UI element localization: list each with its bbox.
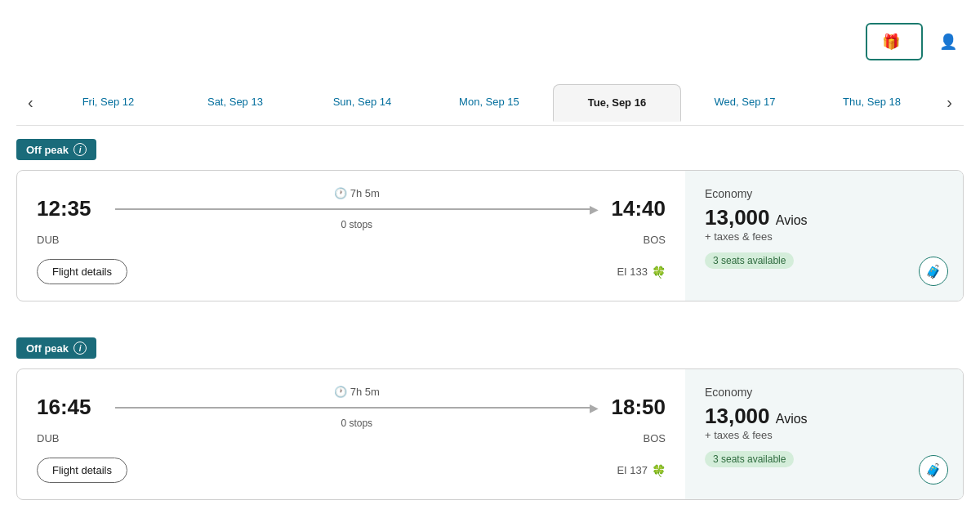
gift-icon: 🎁 <box>882 33 900 51</box>
date-item-wed-sep-17[interactable]: Wed, Sep 17 <box>681 84 808 121</box>
flight-bottom: Flight details EI 137 🍀 <box>37 458 666 483</box>
depart-airport: DUB <box>37 432 102 444</box>
arrive-time: 14:40 <box>612 196 666 221</box>
date-nav-dates: Fri, Sep 12Sat, Sep 13Sun, Sep 14Mon, Se… <box>45 84 936 121</box>
date-item-fri-sep-12[interactable]: Fri, Sep 12 <box>45 84 172 121</box>
stops-label: 0 stops <box>341 418 372 429</box>
arrive-time: 18:50 <box>612 395 666 420</box>
shamrock-icon: 🍀 <box>652 266 666 279</box>
duration-text: 7h 5m <box>350 187 380 199</box>
duration-label: 🕐 7h 5m <box>334 187 380 199</box>
per-adult-info: 👤 <box>939 33 964 51</box>
flight-card-0-0: 12:35 🕐 7h 5m ▶ 0 stops 14:40 <box>16 170 964 301</box>
stops-label: 0 stops <box>341 219 372 230</box>
info-icon: i <box>74 143 87 156</box>
header: 🎁 👤 <box>16 16 964 60</box>
cabin-label: Economy <box>705 187 943 200</box>
flight-line-bar <box>115 407 591 409</box>
flight-card-1-0: 16:45 🕐 7h 5m ▶ 0 stops 18:50 <box>16 368 964 500</box>
info-icon: i <box>74 342 87 355</box>
flight-number-text: EI 133 <box>617 266 648 278</box>
shamrock-icon: 🍀 <box>652 464 666 477</box>
cabin-price-wrapper: Economy 13,000 Avios + taxes & fees 3 se… <box>705 187 943 269</box>
flight-times: 12:35 🕐 7h 5m ▶ 0 stops 14:40 <box>37 187 666 230</box>
cabin-price-wrapper: Economy 13,000 Avios + taxes & fees 3 se… <box>705 386 943 467</box>
date-item-sat-sep-13[interactable]: Sat, Sep 13 <box>172 84 299 121</box>
flight-section-0: Off peaki 12:35 🕐 7h 5m ▶ 0 stops <box>16 126 964 324</box>
date-item-sun-sep-14[interactable]: Sun, Sep 14 <box>299 84 426 121</box>
flight-number: EI 133 🍀 <box>617 266 666 279</box>
arrive-airport: BOS <box>617 432 666 444</box>
person-icon: 👤 <box>939 33 957 51</box>
date-item-thu-sep-18[interactable]: Thu, Sep 18 <box>808 84 936 121</box>
date-nav-next-button[interactable]: › <box>935 80 964 125</box>
seats-available-badge: 3 seats available <box>705 252 794 269</box>
date-nav-prev-button[interactable]: ‹ <box>16 80 45 125</box>
avios-unit: Avios <box>776 412 808 426</box>
flight-line: ▶ <box>115 203 599 216</box>
duration-label: 🕐 7h 5m <box>334 386 380 398</box>
flight-number: EI 137 🍀 <box>617 464 666 477</box>
taxes-fees: + taxes & fees <box>705 429 943 441</box>
airport-row: DUB BOS <box>37 432 666 444</box>
header-right: 🎁 👤 <box>866 23 964 60</box>
flight-line-wrapper: 🕐 7h 5m ▶ 0 stops <box>102 386 612 429</box>
depart-time: 16:45 <box>37 395 102 420</box>
date-item-tue-sep-16[interactable]: Tue, Sep 16 <box>553 84 682 122</box>
depart-time: 12:35 <box>37 196 102 221</box>
arrow-right-icon: ▶ <box>590 203 599 216</box>
date-nav: ‹ Fri, Sep 12Sat, Sep 13Sun, Sep 14Mon, … <box>16 80 964 126</box>
clock-icon: 🕐 <box>334 187 347 199</box>
off-peak-badge-1: Off peaki <box>16 337 96 359</box>
page-wrapper: 🎁 👤 ‹ Fri, Sep 12Sat, Sep 13Sun, Sep 14M… <box>0 0 980 518</box>
cabin-label: Economy <box>705 386 943 399</box>
flight-details-button[interactable]: Flight details <box>37 458 127 483</box>
flight-card-left: 12:35 🕐 7h 5m ▶ 0 stops 14:40 <box>17 171 685 301</box>
reward-flight-benefits-button[interactable]: 🎁 <box>866 23 923 60</box>
luggage-icon: 🧳 <box>925 462 942 478</box>
flight-section-1: Off peaki 16:45 🕐 7h 5m ▶ 0 stops <box>16 324 964 518</box>
price-avios: 13,000 Avios <box>705 404 943 429</box>
luggage-icon-button[interactable]: 🧳 <box>919 257 948 286</box>
flight-number-text: EI 137 <box>617 464 648 476</box>
depart-airport: DUB <box>37 234 102 246</box>
luggage-icon-button[interactable]: 🧳 <box>919 455 948 485</box>
arrive-airport: BOS <box>617 234 666 246</box>
arrow-right-icon: ▶ <box>590 401 599 414</box>
seats-available-badge: 3 seats available <box>705 451 794 467</box>
date-item-mon-sep-15[interactable]: Mon, Sep 15 <box>425 84 553 121</box>
price-avios: 13,000 Avios <box>705 205 943 230</box>
duration-text: 7h 5m <box>350 386 380 398</box>
flight-card-left: 16:45 🕐 7h 5m ▶ 0 stops 18:50 <box>17 369 685 499</box>
flight-line-bar <box>115 208 591 210</box>
flight-card-right: Economy 13,000 Avios + taxes & fees 3 se… <box>685 369 963 499</box>
avios-unit: Avios <box>776 213 808 227</box>
off-peak-label: Off peak <box>26 342 69 355</box>
airport-row: DUB BOS <box>37 234 666 246</box>
taxes-fees: + taxes & fees <box>705 230 943 243</box>
off-peak-badge-0: Off peaki <box>16 139 96 160</box>
flight-line: ▶ <box>115 401 599 414</box>
flight-line-wrapper: 🕐 7h 5m ▶ 0 stops <box>102 187 612 230</box>
off-peak-label: Off peak <box>26 144 69 156</box>
flight-details-button[interactable]: Flight details <box>37 259 127 284</box>
flight-bottom: Flight details EI 133 🍀 <box>37 259 666 284</box>
flights-sections: Off peaki 12:35 🕐 7h 5m ▶ 0 stops <box>16 126 964 518</box>
flight-times: 16:45 🕐 7h 5m ▶ 0 stops 18:50 <box>37 386 666 429</box>
flight-card-right: Economy 13,000 Avios + taxes & fees 3 se… <box>685 171 963 301</box>
luggage-icon: 🧳 <box>925 264 942 279</box>
clock-icon: 🕐 <box>334 386 347 398</box>
